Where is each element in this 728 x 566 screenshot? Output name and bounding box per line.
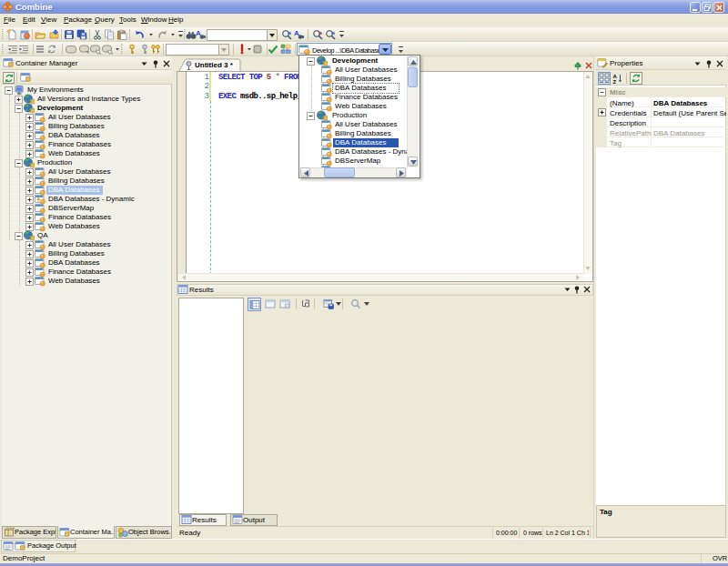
svg-text:a: a (332, 30, 336, 35)
svg-text:a: a (288, 30, 292, 35)
svg-text:a: a (319, 30, 323, 35)
svg-text:Z: Z (613, 79, 617, 85)
